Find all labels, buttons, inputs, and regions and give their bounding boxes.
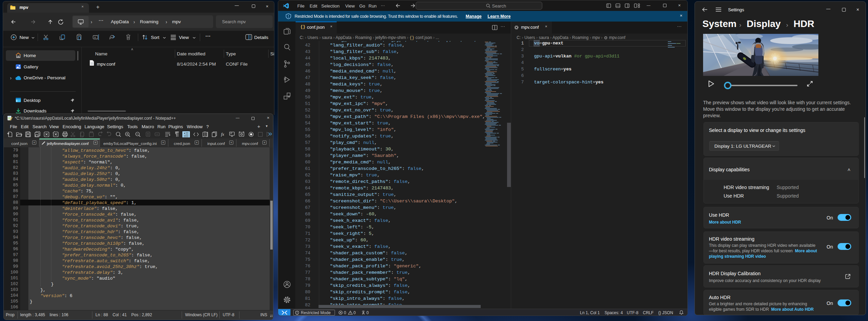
- svg-text:A: A: [94, 36, 96, 39]
- svg-text:fx: fx: [221, 132, 224, 137]
